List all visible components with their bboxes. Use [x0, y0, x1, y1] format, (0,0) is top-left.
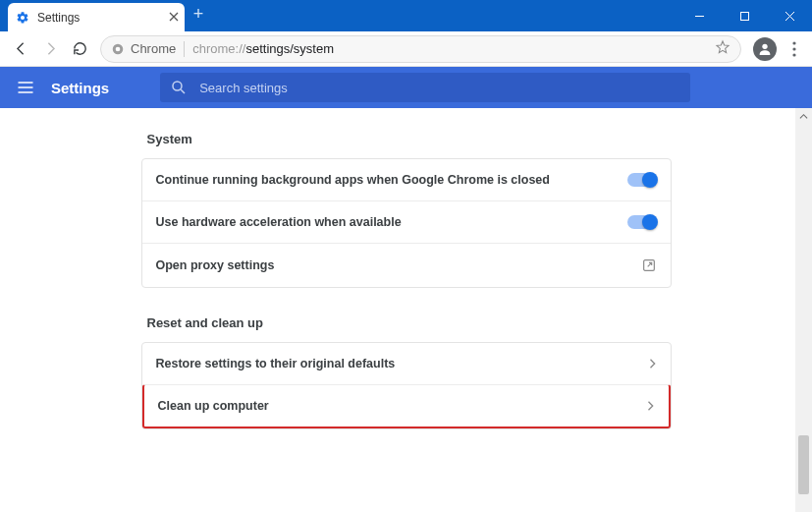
new-tab-button[interactable]: + [185, 0, 212, 28]
scrollbar-track[interactable] [795, 108, 812, 512]
svg-rect-0 [740, 12, 748, 20]
system-card: Continue running background apps when Go… [141, 158, 672, 288]
nav-reload-button[interactable] [65, 34, 94, 64]
browser-tab[interactable]: Settings [8, 3, 185, 31]
chrome-icon [111, 42, 125, 56]
row-background-apps[interactable]: Continue running background apps when Go… [142, 159, 671, 200]
row-label: Clean up computer [158, 399, 269, 413]
settings-search-input[interactable] [199, 81, 680, 95]
window-close-button[interactable] [767, 0, 812, 31]
divider [184, 41, 185, 57]
search-icon [170, 79, 188, 96]
section-title-reset: Reset and clean up [147, 315, 672, 330]
reset-card: Restore settings to their original defau… [141, 342, 672, 429]
settings-search-box[interactable] [160, 73, 690, 102]
scrollbar-thumb[interactable] [798, 435, 809, 494]
address-bar[interactable]: Chrome chrome://settings/system [100, 35, 741, 63]
window-titlebar: Settings + [0, 0, 812, 31]
gear-icon [16, 11, 29, 25]
row-restore-defaults[interactable]: Restore settings to their original defau… [142, 343, 671, 384]
close-tab-icon[interactable] [169, 11, 179, 25]
tab-title: Settings [37, 11, 80, 25]
toggle-hardware-acceleration[interactable] [627, 215, 657, 229]
profile-avatar-button[interactable] [753, 37, 777, 61]
svg-point-7 [173, 82, 182, 90]
hamburger-menu-button[interactable] [14, 76, 37, 99]
nav-forward-button[interactable] [35, 34, 65, 64]
nav-back-button[interactable] [6, 34, 35, 64]
site-chip-label: Chrome [131, 41, 176, 56]
row-hardware-acceleration[interactable]: Use hardware acceleration when available [142, 200, 671, 243]
row-label: Restore settings to their original defau… [156, 357, 396, 370]
svg-point-6 [792, 53, 795, 56]
row-open-proxy-settings[interactable]: Open proxy settings [142, 243, 671, 287]
chevron-right-icon [647, 401, 655, 411]
row-label: Continue running background apps when Go… [156, 173, 550, 187]
settings-app-bar: Settings [0, 67, 812, 108]
content-area: System Continue running background apps … [0, 108, 812, 512]
url-text: chrome://settings/system [192, 41, 334, 56]
svg-point-5 [792, 47, 795, 50]
scroll-up-arrow[interactable] [795, 108, 812, 125]
window-maximize-button[interactable] [722, 0, 767, 31]
chevron-right-icon [649, 359, 657, 369]
row-label: Open proxy settings [156, 258, 275, 272]
browser-toolbar: Chrome chrome://settings/system [0, 31, 812, 67]
section-title-system: System [147, 132, 672, 146]
app-title: Settings [51, 80, 109, 96]
browser-menu-button[interactable] [783, 41, 806, 57]
toggle-background-apps[interactable] [627, 173, 657, 187]
svg-point-2 [116, 46, 121, 51]
external-link-icon [641, 257, 657, 273]
row-clean-up-computer[interactable]: Clean up computer [142, 384, 671, 428]
site-chip: Chrome [111, 41, 176, 56]
svg-point-4 [792, 41, 795, 44]
row-label: Use hardware acceleration when available [156, 215, 402, 229]
svg-point-3 [762, 43, 767, 48]
bookmark-star-icon[interactable] [715, 39, 731, 58]
window-minimize-button[interactable] [677, 0, 722, 31]
